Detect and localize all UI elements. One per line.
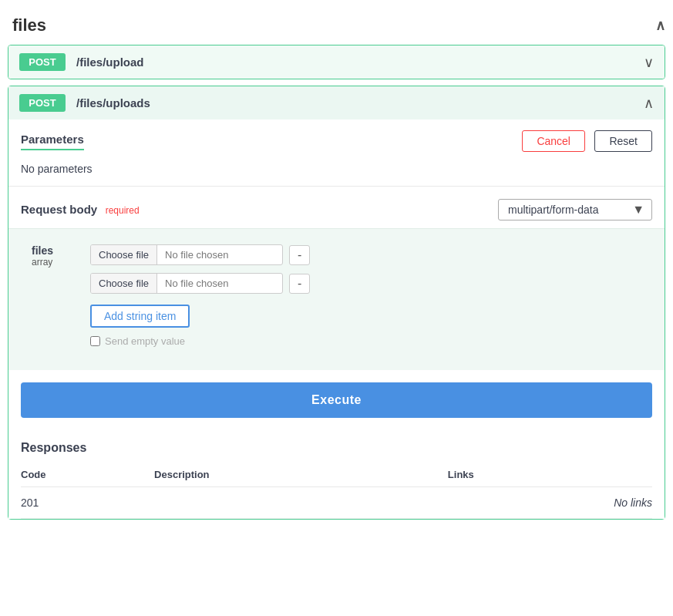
reset-button[interactable]: Reset	[594, 130, 652, 152]
files-field-name: files	[32, 244, 78, 257]
endpoint-upload: POST /files/upload ∨	[8, 45, 665, 79]
response-code: 201	[21, 487, 154, 519]
file-input-wrapper-2: Choose file No file chosen	[90, 273, 283, 294]
request-body-label-group: Request body required	[21, 203, 140, 217]
table-row: 201 No links	[21, 487, 652, 519]
endpoint-uploads-path: /files/uploads	[76, 96, 644, 109]
post-badge-uploads: POST	[19, 94, 66, 112]
send-empty-label: Send empty value	[105, 335, 185, 347]
no-params-text: No parameters	[8, 158, 665, 186]
response-links: No links	[448, 487, 652, 519]
file-input-row-1: Choose file No file chosen -	[90, 244, 641, 265]
request-body-row: Request body required multipart/form-dat…	[8, 187, 665, 228]
page-title-bar: files ∧	[8, 8, 665, 45]
responses-table: Code Description Links 201 No links	[21, 463, 652, 519]
page-title: files	[12, 15, 46, 35]
col-header-description: Description	[154, 463, 448, 487]
file-input-row-2: Choose file No file chosen -	[90, 273, 641, 294]
endpoint-upload-header[interactable]: POST /files/upload ∨	[8, 45, 665, 79]
responses-header-row: Code Description Links	[21, 463, 652, 487]
col-header-links: Links	[448, 463, 652, 487]
files-field-type: array	[32, 257, 78, 268]
no-file-text-2: No file chosen	[157, 274, 236, 293]
response-description	[154, 487, 448, 519]
params-title: Parameters	[21, 133, 84, 150]
cancel-button[interactable]: Cancel	[522, 130, 585, 152]
post-badge-upload: POST	[19, 53, 66, 71]
params-bar: Parameters Cancel Reset	[8, 119, 665, 158]
remove-file-button-1[interactable]: -	[289, 245, 310, 265]
choose-file-button-2[interactable]: Choose file	[91, 274, 157, 293]
endpoint-uploads-header[interactable]: POST /files/uploads ∧	[8, 86, 665, 119]
send-empty-checkbox[interactable]	[90, 336, 100, 346]
responses-title: Responses	[21, 430, 652, 463]
files-label-group: files array	[32, 244, 78, 268]
responses-section: Responses Code Description Links 201 No …	[8, 430, 665, 519]
chevron-uploads-icon[interactable]: ∧	[644, 95, 654, 112]
send-empty-row: Send empty value	[90, 335, 641, 347]
required-badge: required	[106, 205, 140, 216]
files-section: files array Choose file No file chosen -…	[32, 244, 641, 347]
no-file-text-1: No file chosen	[157, 245, 236, 264]
request-body-label: Request body	[21, 203, 97, 216]
content-type-wrapper: multipart/form-data application/json ▼	[498, 199, 652, 220]
endpoint-uploads: POST /files/uploads ∧ Parameters Cancel …	[8, 86, 665, 520]
add-string-button[interactable]: Add string item	[90, 305, 190, 328]
params-actions: Cancel Reset	[522, 130, 652, 152]
remove-file-button-2[interactable]: -	[289, 274, 310, 294]
col-header-code: Code	[21, 463, 154, 487]
endpoint-upload-path: /files/upload	[76, 56, 644, 69]
chevron-upload-icon[interactable]: ∨	[644, 54, 654, 71]
content-type-select[interactable]: multipart/form-data application/json	[498, 199, 652, 220]
form-body-area: files array Choose file No file chosen -…	[8, 228, 665, 370]
choose-file-button-1[interactable]: Choose file	[91, 245, 157, 264]
file-inputs-container: Choose file No file chosen - Choose file…	[90, 244, 641, 347]
execute-button[interactable]: Execute	[21, 382, 652, 418]
page-collapse-icon[interactable]: ∧	[655, 17, 665, 34]
file-input-wrapper-1: Choose file No file chosen	[90, 244, 283, 265]
